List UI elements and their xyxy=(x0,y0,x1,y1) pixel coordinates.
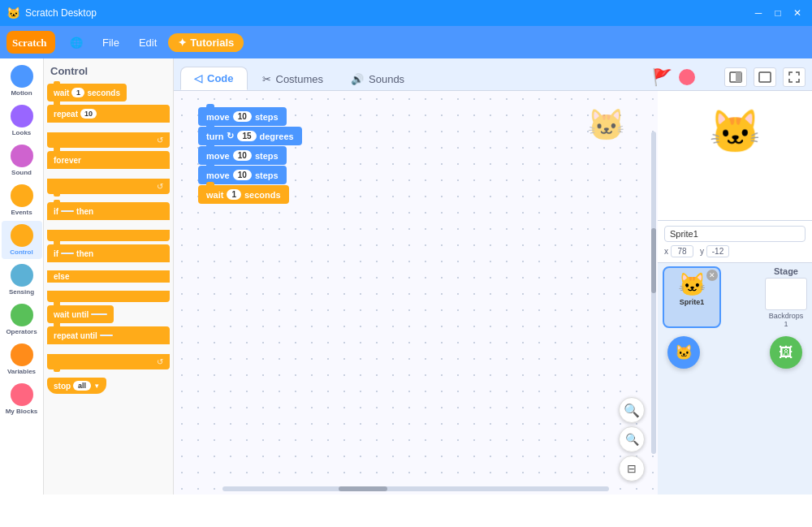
globe-icon: 🌐 xyxy=(70,37,83,49)
add-sprite-button[interactable]: 🐱 xyxy=(667,336,700,369)
tab-code[interactable]: ◁ Code xyxy=(180,67,248,90)
sprite1-item[interactable]: ✕ 🐱 Sprite1 xyxy=(663,266,721,328)
forever-text: forever xyxy=(54,156,81,165)
turn-text: turn xyxy=(206,132,223,141)
repeat-arrow: ↺ xyxy=(157,136,163,145)
script-blocks-container: move 10 steps turn ↻ xyxy=(198,107,302,204)
x-coord-group: x 78 xyxy=(664,245,693,257)
sidebar-item-looks[interactable]: Looks xyxy=(2,102,42,140)
minimize-button[interactable]: ─ xyxy=(750,5,767,21)
move3-input[interactable]: 10 xyxy=(233,170,252,180)
repeat-until-block[interactable]: repeat until ↺ xyxy=(47,326,170,369)
move2-input[interactable]: 10 xyxy=(233,150,252,161)
x-value[interactable]: 78 xyxy=(671,245,693,257)
wait-block[interactable]: wait 1 seconds xyxy=(47,84,170,102)
sidebar-item-events[interactable]: Events xyxy=(2,181,42,219)
sidebar-item-myblocks[interactable]: My Blocks xyxy=(2,380,42,418)
x-label: x xyxy=(664,247,668,256)
green-flag-button[interactable]: 🚩 xyxy=(652,67,672,87)
fullscreen-button[interactable] xyxy=(783,67,806,87)
forever-block[interactable]: forever ↺ xyxy=(47,151,170,194)
connector-top3 xyxy=(206,143,214,147)
app-icon: 🐱 xyxy=(6,6,20,19)
bottom-panel: 🐱 🖼 xyxy=(658,331,812,374)
wait1-text: wait xyxy=(206,190,223,200)
zoom-in-button[interactable]: 🔍 xyxy=(619,397,645,423)
zoom-reset-icon: ⊟ xyxy=(627,462,637,475)
stage-thumbnail[interactable] xyxy=(765,278,807,310)
repeat-block[interactable]: repeat 10 ↺ xyxy=(47,105,170,148)
looks-label: Looks xyxy=(12,129,32,136)
script-area[interactable]: 🐱 move 10 steps xyxy=(174,91,658,495)
menubar: Scratch 🌐 File Edit ✦ Tutorials xyxy=(0,26,812,58)
wait-input[interactable]: 1 xyxy=(71,88,84,97)
if-text: if xyxy=(54,207,58,216)
if-then-block[interactable]: if then xyxy=(47,202,170,241)
sprite-name-input[interactable] xyxy=(664,226,806,242)
edit-menu[interactable]: Edit xyxy=(131,33,165,52)
sprite-info: x 78 y -12 xyxy=(658,221,812,263)
maximize-button[interactable]: □ xyxy=(770,5,786,21)
sidebar-item-sensing[interactable]: Sensing xyxy=(2,261,42,299)
wait1-input[interactable]: 1 xyxy=(227,189,241,200)
right-panel: 🐱 x 78 y -12 xyxy=(658,91,812,495)
sprite-stage-row: ✕ 🐱 Sprite1 Stage Backdrops 1 xyxy=(658,263,812,331)
if2-condition[interactable] xyxy=(61,253,74,254)
y-value[interactable]: -12 xyxy=(706,245,729,257)
blocks-panel: Control wait 1 seconds repeat 10 ↺ forev… xyxy=(44,58,174,495)
close-button[interactable]: ✕ xyxy=(789,5,806,21)
block-stack: move 10 steps turn ↻ xyxy=(198,107,302,204)
stage-section: Stage Backdrops 1 xyxy=(765,266,807,328)
repeat-until-input[interactable] xyxy=(100,335,113,336)
titlebar-left: 🐱 Scratch Desktop xyxy=(6,6,97,19)
vertical-scrollbar[interactable] xyxy=(651,132,656,455)
control-label: Control xyxy=(10,248,32,256)
zoom-controls: 🔍 🔍 ⊟ xyxy=(619,397,645,482)
stop-dropdown[interactable]: ▼ xyxy=(93,382,100,390)
stop-button[interactable] xyxy=(679,69,695,85)
globe-menu[interactable]: 🌐 xyxy=(62,33,91,52)
add-backdrop-icon: 🖼 xyxy=(779,344,793,361)
if-else-block[interactable]: if then else xyxy=(47,244,170,302)
move3-text: move xyxy=(206,171,230,180)
zoom-out-button[interactable]: 🔍 xyxy=(619,426,645,452)
sidebar-item-sound[interactable]: Sound xyxy=(2,141,42,179)
sidebar-item-motion[interactable]: Motion xyxy=(2,62,42,100)
tab-costumes[interactable]: ✂ Costumes xyxy=(249,68,337,90)
stop-input[interactable]: all xyxy=(73,381,91,391)
tab-sounds[interactable]: 🔊 Sounds xyxy=(338,68,417,90)
sprite1-cat-image: 🐱 xyxy=(678,271,706,298)
file-menu[interactable]: File xyxy=(94,33,127,52)
wait-until-input[interactable] xyxy=(91,313,107,315)
stage-controls: 🚩 xyxy=(652,67,806,87)
file-label: File xyxy=(102,37,119,49)
sidebar-item-control[interactable]: Control xyxy=(2,221,42,259)
svg-text:Scratch: Scratch xyxy=(12,37,47,49)
stop-block[interactable]: stop all ▼ xyxy=(47,378,170,394)
move2-suffix: steps xyxy=(255,151,279,161)
layout-small-button[interactable] xyxy=(724,67,747,87)
wait-until-block[interactable]: wait until xyxy=(47,305,170,323)
scratch-logo: Scratch xyxy=(6,31,55,54)
horizontal-scrollbar-thumb[interactable] xyxy=(339,486,387,491)
move1-suffix: steps xyxy=(255,112,279,122)
move1-input[interactable]: 10 xyxy=(233,111,252,122)
variables-dot xyxy=(11,343,33,366)
then-text: then xyxy=(76,207,93,216)
turn-input[interactable]: 15 xyxy=(237,131,256,141)
tutorials-menu[interactable]: ✦ Tutorials xyxy=(168,33,244,52)
add-backdrop-button[interactable]: 🖼 xyxy=(770,336,802,369)
block-wait1[interactable]: wait 1 seconds xyxy=(198,185,302,204)
wait-until-text: wait until xyxy=(54,310,89,319)
horizontal-scrollbar[interactable] xyxy=(222,486,610,491)
vertical-scrollbar-thumb[interactable] xyxy=(651,228,656,293)
layout-large-button[interactable] xyxy=(754,67,776,87)
repeat-input[interactable]: 10 xyxy=(80,109,97,119)
looks-dot xyxy=(11,105,33,127)
zoom-reset-button[interactable]: ⊟ xyxy=(619,456,645,482)
canvas-cat-sprite: 🐱 xyxy=(587,107,625,143)
if-condition[interactable] xyxy=(61,210,74,212)
sidebar-item-operators[interactable]: Operators xyxy=(2,300,42,339)
sidebar-item-variables[interactable]: Variables xyxy=(2,340,42,378)
sprite-delete-button[interactable]: ✕ xyxy=(706,270,718,281)
